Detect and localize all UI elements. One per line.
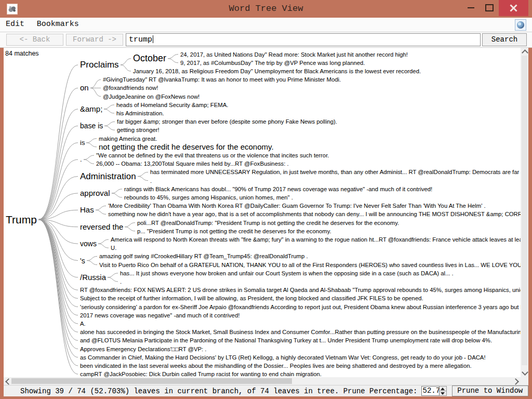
- match-count: 84 matches: [5, 50, 39, 57]
- tree-leaf-label[interactable]: 'seriously considering' a pardon for ex-…: [80, 303, 521, 310]
- vertical-scrollbar[interactable]: [521, 48, 528, 377]
- tree-branch-label[interactable]: approval: [80, 189, 110, 197]
- tree-leaf-label[interactable]: far bigger &amp; stronger than ever befo…: [117, 118, 337, 125]
- tree-leaf-label[interactable]: amazing golf swing #CrookedHillary RT @T…: [99, 253, 308, 259]
- scroll-right-icon[interactable]: [512, 378, 519, 385]
- toolbar: <- Back Forward -> trump Search: [0, 32, 532, 48]
- tree-leaf-label[interactable]: making America great.: [99, 135, 157, 141]
- tree-leaf-label[interactable]: 9, 2017, as #ColumbusDay" The trip by @V…: [180, 60, 365, 66]
- maximize-icon: [485, 4, 494, 11]
- tree-leaf-label[interactable]: Approves Emergency Declarations'□□RT @VP…: [80, 345, 206, 352]
- menu-bookmarks[interactable]: Bookmarks: [33, 18, 83, 29]
- tree-branch-label[interactable]: is: [80, 139, 85, 147]
- tree-branch-label[interactable]: .: [80, 155, 82, 163]
- tree-branch-label[interactable]: /Russia: [80, 273, 106, 282]
- tree-branch-label[interactable]: vows: [80, 240, 97, 248]
- tree-leaf-label[interactable]: @foxandfriends now!: [103, 85, 158, 91]
- tree-leaf-label[interactable]: U.: [111, 245, 116, 251]
- tree-branch-label[interactable]: on: [80, 84, 89, 92]
- search-input[interactable]: trump: [126, 33, 481, 46]
- tree-leaf-label[interactable]: Visit to Puerto Rico On behalf of a GRAT…: [99, 261, 521, 268]
- scrollbar-corner: [521, 377, 528, 385]
- tree-leaf-label[interactable]: getting stronger!: [117, 127, 159, 133]
- tree-leaf-label[interactable]: @JudgeJeanine on @FoxNews now!: [103, 93, 200, 99]
- search-input-value: trump: [129, 35, 152, 44]
- tree-leaf-label[interactable]: heads of Homeland Security &amp; FEMA.: [116, 102, 228, 108]
- tree-leaf-label[interactable]: January 16, 2018, as Religious Freedom D…: [133, 68, 421, 74]
- tree-branch-label[interactable]: base is: [80, 122, 103, 130]
- window-title: Word Tree View: [0, 0, 532, 18]
- minimize-button[interactable]: [461, 0, 480, 16]
- tree-branch-label[interactable]: Has: [80, 205, 94, 214]
- spinner-down-icon[interactable]: [440, 391, 446, 395]
- text-caret: [153, 35, 153, 43]
- scroll-up-icon[interactable]: [522, 49, 528, 56]
- status-text: Showing 39 / 74 (52.703%) leaves in curr…: [20, 387, 418, 395]
- forward-button[interactable]: Forward ->: [66, 34, 123, 46]
- tree-leaf-label[interactable]: ratings with Black Americans has doubl..…: [124, 186, 432, 192]
- tree-leaf-label[interactable]: 2017 news coverage was negative" -and mu…: [80, 312, 240, 318]
- tree-leaf-label[interactable]: Subject to the receipt of further inform…: [80, 295, 423, 301]
- tree-branch-label[interactable]: Trump: [6, 213, 37, 225]
- vertical-scroll-thumb[interactable]: [522, 56, 527, 365]
- status-bar: Showing 39 / 74 (52.703%) leaves in curr…: [4, 385, 528, 396]
- close-icon: [510, 4, 517, 12]
- prune-percentage-spinner[interactable]: 52.70: [421, 386, 447, 396]
- tree-leaf-label[interactable]: .: [120, 278, 122, 285]
- globe-icon: [517, 21, 524, 29]
- tree-branch-label[interactable]: Administration: [80, 171, 136, 181]
- globe-icon-box[interactable]: [515, 19, 526, 31]
- tree-leaf-label[interactable]: A.: [80, 321, 86, 327]
- tree-leaf-label[interactable]: "We cannot be defined by the evil that t…: [96, 152, 329, 158]
- tree-leaf-label[interactable]: as Commander in Chief, Making the Hard D…: [80, 354, 486, 361]
- scroll-left-icon[interactable]: [5, 378, 12, 385]
- tree-leaf-label[interactable]: has... It just shows everyone how broken…: [120, 270, 454, 276]
- minimize-icon: [468, 7, 474, 8]
- tree-leaf-label[interactable]: America will respond to North Korean thr…: [111, 236, 521, 243]
- tree-leaf-label[interactable]: p... "President Trump is not getting the…: [137, 228, 331, 234]
- menu-edit[interactable]: Edit: [2, 18, 28, 29]
- back-button[interactable]: <- Back: [6, 34, 63, 46]
- spinner-up-icon[interactable]: [440, 387, 446, 391]
- menu-bar: Edit Bookmarks: [0, 18, 532, 32]
- tree-leaf-label[interactable]: and @FLOTUS Melania Participate in the P…: [80, 337, 492, 343]
- tree-leaf-label[interactable]: something now he didn't have a year ago,…: [108, 211, 521, 217]
- tree-leaf-label[interactable]: has terminated more UNNECESSARY Regulati…: [150, 169, 521, 175]
- tree-leaf-label[interactable]: #GivingTuesday" RT @IvankaTrump: It was …: [103, 76, 341, 83]
- tree-branch-label[interactable]: reversed the: [80, 222, 123, 231]
- tree-branch-label[interactable]: &amp;: [80, 104, 102, 113]
- horizontal-scrollbar[interactable]: [4, 377, 521, 385]
- tree-leaf-label[interactable]: 26,000 -- Obama: 13,200Total Square mile…: [96, 161, 289, 167]
- tree-branch-label[interactable]: Proclaims: [80, 59, 119, 70]
- title-bar: Word Tree View: [0, 0, 532, 18]
- scroll-down-icon[interactable]: [522, 369, 528, 376]
- maximize-button[interactable]: [480, 0, 499, 16]
- tree-branch-label[interactable]: 's: [80, 256, 85, 264]
- horizontal-scroll-thumb[interactable]: [11, 378, 292, 384]
- tree-leaf-label[interactable]: rebounds to 45%, surges among Hispanics,…: [124, 194, 293, 201]
- word-tree-panel: 84 matches TrumpProclaimsOctober24, 2017…: [4, 48, 521, 377]
- prune-to-window-button[interactable]: Prune to Window: [452, 385, 528, 396]
- tree-leaf-label[interactable]: his Administration.: [116, 110, 164, 116]
- tree-leaf-label[interactable]: .: [150, 177, 152, 183]
- tree-leaf-label[interactable]: 'More Credibility' Than Obama With North…: [108, 203, 486, 209]
- tree-branch-label[interactable]: October: [133, 53, 166, 64]
- tree-leaf-label[interactable]: campRT @JackPosobiec: Dick Durbin called…: [80, 371, 322, 377]
- prune-percentage-value[interactable]: 52.70: [421, 386, 440, 396]
- tree-leaf-label[interactable]: poli...RT @realDonaldTrump: "President T…: [137, 219, 399, 225]
- tree-leaf-label[interactable]: alone has succeeded in bringing the Stoc…: [80, 329, 521, 335]
- tree-leaf-label[interactable]: 24, 2017, as United Nations Day" Read mo…: [180, 51, 408, 57]
- tree-leaf-label[interactable]: been vindicated in the last several week…: [80, 363, 472, 369]
- tree-leaf-label[interactable]: not getting the credit he deserves for t…: [99, 142, 274, 151]
- search-button[interactable]: Search: [482, 33, 527, 46]
- close-button[interactable]: [499, 0, 528, 16]
- tree-leaf-label[interactable]: RT @foxandfriends: FOX NEWS ALERT: 2 US …: [80, 287, 521, 293]
